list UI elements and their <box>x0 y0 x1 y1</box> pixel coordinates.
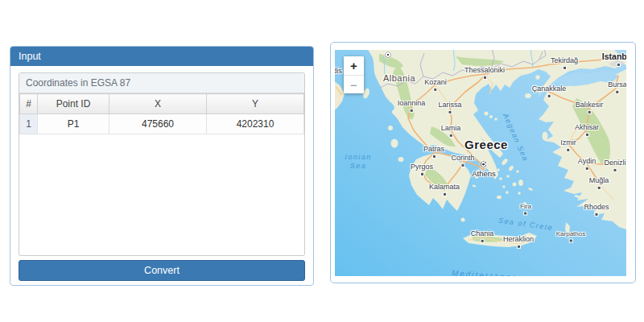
city-dot-icon <box>617 64 619 66</box>
city-dot-icon <box>596 213 598 216</box>
map-label-text: Athens <box>472 169 496 179</box>
city-dot-icon <box>585 167 588 170</box>
city-dot-icon <box>461 164 464 167</box>
map-label-kalamata: Kalamata <box>429 183 460 196</box>
map-label-text: dis <box>335 67 342 76</box>
map-label-text: Rhodes <box>584 203 609 212</box>
city-dot-icon <box>548 95 551 97</box>
map-label-text: Greece <box>464 138 508 153</box>
map-label-lamia: Lamia <box>441 124 461 137</box>
map-label-ionian-sea: Ionian Sea <box>345 153 372 171</box>
table-caption: Coordinates in EGSA 87 <box>19 73 304 93</box>
map-label-text: Patras <box>423 145 444 154</box>
map-label-denizli: Denizli <box>604 159 625 171</box>
cell-y-value[interactable]: 4202310 <box>207 114 304 134</box>
map-label-thessaloniki: Thessaloniki <box>464 66 505 79</box>
city-dot-icon <box>568 149 570 151</box>
cell-point-id[interactable]: P1 <box>38 114 109 134</box>
map-label-text: Ioannina <box>398 99 426 108</box>
col-header-x: X <box>109 94 207 114</box>
map-label-text: Mediterranean <box>451 269 524 276</box>
map-label-anakkale: Çanakkale <box>532 85 567 97</box>
map-label-bursa: Bursa <box>608 80 626 93</box>
capital-city-icon <box>386 52 391 58</box>
city-dot-icon <box>481 240 484 242</box>
cell-x-value[interactable]: 475660 <box>109 114 207 134</box>
app-window: Input Coordinates in EGSA 87 # Point ID … <box>0 0 644 322</box>
city-dot-icon <box>616 91 618 93</box>
map-label-text: Kozani <box>424 78 447 87</box>
map-label-rhodes: Rhodes <box>584 203 609 216</box>
map-label-athens: Athens <box>472 162 496 179</box>
map-label-text: Kalamata <box>429 183 460 192</box>
input-panel: Input Coordinates in EGSA 87 # Point ID … <box>10 46 314 286</box>
city-dot-icon <box>484 76 486 79</box>
map-label-pyrgos: Pyrgos <box>411 163 433 175</box>
map-label-text: Albania <box>383 73 415 85</box>
map-label-text: Denizli <box>604 159 625 167</box>
map-label-chania: Chania <box>471 229 494 242</box>
table-row[interactable]: 1 P1 475660 4202310 <box>20 114 304 134</box>
city-dot-icon <box>432 155 435 158</box>
city-dot-icon <box>449 134 452 137</box>
map-label-heraklion: Heraklion <box>503 235 534 248</box>
city-dot-icon <box>448 111 451 114</box>
map-label-text: Corinth <box>451 154 474 163</box>
col-header-pointid: Point ID <box>38 94 109 114</box>
map-label-dis: dis <box>335 67 342 76</box>
cell-row-index[interactable]: 1 <box>20 114 38 134</box>
map-canvas[interactable]: disAlbaniaThessalonikiKozaniIoanninaLari… <box>335 50 626 276</box>
map-label-sea-of-crete: Sea of Crete <box>497 217 553 233</box>
convert-button[interactable]: Convert <box>19 260 305 281</box>
map-label-bal-kesir: Balıkesir <box>576 101 604 114</box>
map-label-greece: Greece <box>464 138 508 153</box>
map-label-istanbul: Istanbul <box>602 52 626 66</box>
map-label-text: Muğla <box>589 176 609 185</box>
coordinates-table-card: Coordinates in EGSA 87 # Point ID X Y <box>19 72 305 256</box>
map-label-text: Çanakkale <box>532 85 567 93</box>
input-panel-header: Input <box>10 47 313 66</box>
city-dot-icon <box>420 173 423 175</box>
col-header-index: # <box>20 94 38 114</box>
table-header-row: # Point ID X Y <box>20 94 304 114</box>
city-dot-icon <box>518 246 520 248</box>
map-zoom-control: + − <box>344 56 364 93</box>
input-panel-body: Coordinates in EGSA 87 # Point ID X Y <box>10 66 313 288</box>
map-label-text: Heraklion <box>503 235 534 244</box>
map-label-ioannina: Ioannina <box>398 99 426 112</box>
city-dot-icon <box>585 134 588 136</box>
map-label-text: Larissa <box>438 101 461 109</box>
map-label-text: Istanbul <box>602 52 626 62</box>
map-label-text: Izmir <box>560 138 576 147</box>
map-label-text: Lamia <box>441 124 461 133</box>
map-label-kozani: Kozani <box>424 78 447 91</box>
map-label-corinth: Corinth <box>451 154 474 167</box>
map-labels-layer: disAlbaniaThessalonikiKozaniIoanninaLari… <box>335 50 626 276</box>
map-label-marker <box>386 52 391 60</box>
map-label-karpathos: Karpathos <box>556 230 585 242</box>
map-label-fira: Fira <box>520 203 531 215</box>
map-label-aydin: Aydin <box>578 157 596 170</box>
map-label-text: Thessaloniki <box>464 66 505 75</box>
capital-city-icon <box>481 162 486 167</box>
map-label-mediterranean: Mediterranean <box>451 269 524 276</box>
map-label-text: Akhisar <box>575 123 599 132</box>
map-label-text: Chania <box>471 229 494 238</box>
map-label-text: Aydin <box>578 157 596 166</box>
map-label-text: Tekirdağ <box>551 56 578 65</box>
map-label-text: Fira <box>520 203 531 211</box>
city-dot-icon <box>597 187 600 189</box>
city-dot-icon <box>435 89 437 91</box>
zoom-in-button[interactable]: + <box>344 56 364 75</box>
map-panel: disAlbaniaThessalonikiKozaniIoanninaLari… <box>330 42 636 283</box>
zoom-out-button[interactable]: − <box>344 75 364 93</box>
city-dot-icon <box>525 213 527 215</box>
city-dot-icon <box>570 240 572 242</box>
map-label-akhisar: Akhisar <box>575 123 599 136</box>
map-label-patras: Patras <box>423 145 444 158</box>
city-dot-icon <box>444 193 446 196</box>
map-label-mu-la: Muğla <box>589 176 609 189</box>
map-label-tekirda: Tekirdağ <box>551 56 578 69</box>
col-header-y: Y <box>207 94 304 114</box>
city-dot-icon <box>613 169 616 171</box>
